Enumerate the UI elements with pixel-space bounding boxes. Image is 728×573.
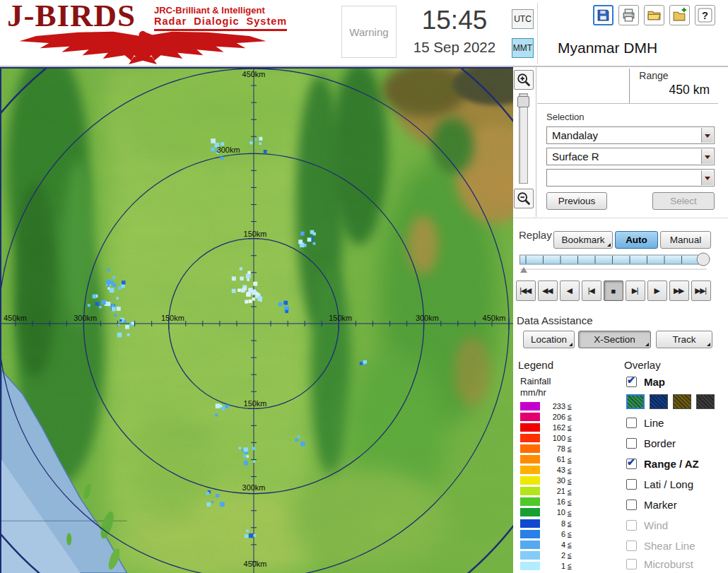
legend-value: 1 [540, 562, 565, 570]
rain-echo [107, 284, 110, 287]
rain-echo [237, 289, 240, 292]
overlay-item-line[interactable]: Line [626, 417, 664, 429]
overlay-item-range-az[interactable]: ✔Range / AZ [626, 458, 699, 470]
zoom-in-button[interactable] [514, 70, 534, 90]
location-button[interactable]: Location [523, 331, 575, 348]
range-label-300km: 300km [242, 483, 266, 492]
range-label-300km: 300km [74, 314, 97, 322]
mmt-button[interactable]: MMT [512, 38, 534, 58]
legend-value: 8 [540, 519, 565, 528]
overlay-item-label: Line [644, 417, 664, 429]
playback-step-back-button[interactable]: |◀ [582, 280, 601, 301]
rain-echo [124, 320, 127, 323]
rain-echo [246, 273, 251, 278]
legend-value: 100 [540, 434, 565, 442]
range-label-450km: 450km [483, 314, 506, 322]
overlay-item-marker[interactable]: Marker [626, 499, 677, 511]
playback-fast-rewind-button[interactable]: ◀◀ [538, 280, 558, 301]
map-color-swatch-2[interactable] [650, 394, 668, 409]
checkmark-icon: ✔ [627, 374, 635, 386]
rain-echo [221, 157, 224, 160]
overlay-checkbox-range-az[interactable]: ✔ [626, 459, 637, 469]
j-birds-app: J-BIRDS JRC-Brilliant & Intelligent Rada… [0, 0, 728, 573]
overlay-checkbox-marker[interactable] [626, 500, 637, 510]
rain-echo [216, 403, 221, 408]
radar-map-canvas[interactable]: 450km300km150km450km300km150km150km300km… [1, 69, 513, 573]
playback-stop-button[interactable]: ■ [604, 280, 623, 301]
map-color-swatch-4[interactable] [696, 394, 715, 409]
rain-echo [232, 289, 236, 293]
rain-echo [240, 276, 243, 280]
logo-subtitle-line2: Radar Dialogic System [154, 16, 287, 27]
utc-button[interactable]: UTC [512, 9, 534, 29]
playback-play-reverse-button[interactable]: ◀ [560, 280, 580, 301]
rain-echo [110, 280, 114, 284]
map-color-swatch-1[interactable] [626, 394, 645, 409]
overlay-checkbox-lati-long[interactable] [626, 479, 637, 490]
save-icon [596, 8, 611, 23]
zoom-in-icon [516, 72, 532, 88]
less-equal-symbol: ≤ [568, 434, 572, 442]
bookmark-button[interactable]: Bookmark [553, 231, 613, 249]
range-label-150km: 150km [244, 230, 267, 238]
overlay-item-label: Marker [644, 499, 677, 511]
rain-echo [245, 534, 248, 538]
overlay-item-label: Lati / Long [644, 478, 693, 490]
less-equal-symbol: ≤ [568, 540, 572, 548]
legend-swatch [520, 444, 540, 453]
rain-echo [252, 290, 257, 295]
legend-swatch [520, 562, 540, 570]
range-label-300km: 300km [217, 146, 240, 154]
rain-echo [127, 333, 130, 336]
header-divider [537, 3, 538, 64]
radar-map[interactable]: 450km300km150km450km300km150km150km300km… [0, 67, 513, 573]
zoom-out-button[interactable] [514, 189, 534, 208]
overlay-checkbox-line[interactable] [626, 418, 637, 428]
legend-value: 30 [540, 476, 565, 485]
rain-echo [245, 300, 248, 303]
legend-swatch [520, 434, 540, 442]
save-button[interactable] [593, 5, 613, 25]
rain-echo [256, 292, 258, 294]
rain-echo [117, 307, 121, 311]
rain-echo [131, 322, 134, 325]
overlay-item-lati-long[interactable]: Lati / Long [626, 478, 693, 490]
rain-echo [93, 295, 97, 299]
overlay-checkbox-shear-line [626, 540, 637, 551]
previous-button[interactable]: Previous [546, 192, 607, 210]
less-equal-symbol: ≤ [568, 551, 572, 559]
overlay-checkbox-map[interactable]: ✔ [626, 377, 637, 387]
map-color-swatch-3[interactable] [673, 394, 691, 409]
rain-echo [307, 237, 312, 242]
rain-echo [257, 296, 262, 301]
overlay-panel: ✔MapLineBorder✔Range / AZLati / LongMark… [625, 0, 728, 573]
rain-echo [253, 461, 255, 463]
rain-echo [102, 300, 106, 305]
rain-echo [239, 447, 241, 449]
overlay-item-border[interactable]: Border [626, 437, 676, 449]
replay-label: Replay [519, 229, 552, 241]
legend-row: 78≤ [520, 443, 572, 454]
overlay-checkbox-wind [626, 520, 637, 531]
warning-indicator: Warning [341, 6, 397, 58]
zoom-out-icon [516, 191, 532, 206]
legend-swatch [520, 519, 540, 528]
rain-echo [88, 304, 90, 307]
overlay-checkbox-border[interactable] [626, 438, 637, 449]
rain-echo [117, 324, 119, 326]
legend-value: 162 [540, 423, 565, 432]
zoom-slider-thumb[interactable] [517, 96, 529, 107]
overlay-item-map[interactable]: ✔Map [626, 376, 665, 388]
legend-row: 10≤ [520, 507, 572, 518]
less-equal-symbol: ≤ [568, 444, 572, 452]
rain-echo [117, 333, 122, 338]
legend-row: 100≤ [520, 432, 572, 443]
legend-value: 43 [540, 466, 565, 474]
rain-echo [106, 280, 110, 284]
legend-swatch [520, 423, 540, 432]
legend-swatch [520, 551, 540, 560]
legend-swatch [520, 497, 540, 506]
legend-row: 61≤ [520, 454, 572, 464]
playback-skip-to-start-button[interactable]: |◀◀ [516, 280, 536, 301]
rain-echo [206, 492, 209, 495]
